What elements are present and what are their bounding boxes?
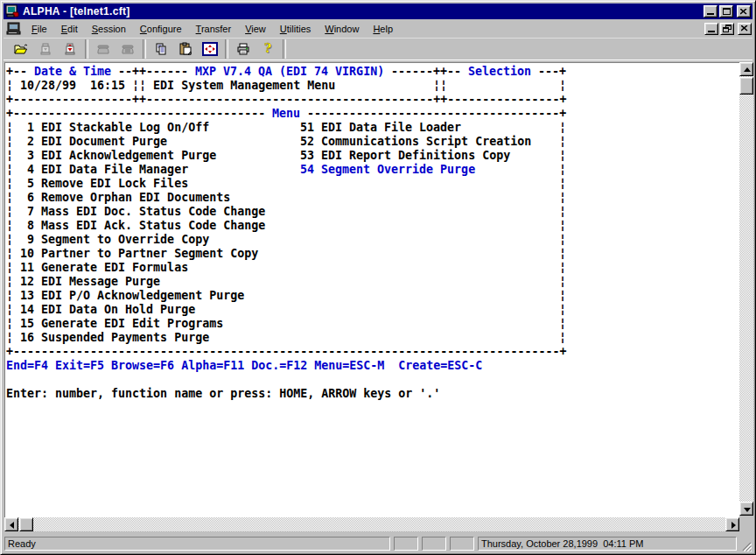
receive-icon bbox=[63, 42, 77, 56]
connect-phone-icon bbox=[96, 42, 110, 56]
menu-item-help[interactable]: Help bbox=[366, 22, 400, 36]
terminal-document-icon[interactable] bbox=[6, 22, 21, 35]
title-bar: ALPHA - [telnet1.cft] bbox=[4, 4, 752, 19]
arrow-left-icon bbox=[10, 522, 14, 529]
toolbar-separator bbox=[143, 39, 146, 59]
close-button[interactable] bbox=[737, 5, 751, 18]
terminal-client: +-- Date & Time --++------ MXP V7.4 QA (… bbox=[4, 61, 752, 533]
fullscreen-icon bbox=[202, 42, 218, 56]
dial-button[interactable] bbox=[116, 39, 140, 60]
menu-bar: FileEditSessionConfigureTransferViewUtil… bbox=[4, 20, 752, 37]
menu-item-edit[interactable]: Edit bbox=[54, 22, 85, 36]
maximize-icon bbox=[723, 8, 731, 15]
menu-item-configure[interactable]: Configure bbox=[133, 22, 189, 36]
status-panel bbox=[394, 537, 418, 551]
fullscreen-button[interactable] bbox=[198, 39, 222, 60]
mdi-minimize-icon bbox=[708, 31, 715, 32]
scroll-down-button[interactable] bbox=[739, 502, 753, 516]
resize-grip[interactable] bbox=[740, 540, 752, 551]
paste-icon bbox=[178, 42, 192, 56]
menu-item-session[interactable]: Session bbox=[85, 22, 133, 36]
connect-button[interactable] bbox=[91, 39, 116, 60]
mdi-close-button[interactable] bbox=[738, 23, 752, 35]
app-window: ALPHA - [telnet1.cft] FileEditSessionCon… bbox=[0, 0, 756, 555]
menu-items: FileEditSessionConfigureTransferViewUtil… bbox=[24, 20, 704, 37]
status-ready: Ready bbox=[4, 537, 390, 551]
status-panel bbox=[422, 537, 446, 551]
minimize-button[interactable] bbox=[704, 5, 718, 18]
print-icon bbox=[236, 42, 250, 56]
horizontal-scroll-thumb[interactable] bbox=[19, 517, 33, 531]
terminal-screen[interactable]: +-- Date & Time --++------ MXP V7.4 QA (… bbox=[4, 62, 739, 517]
open-folder-icon bbox=[14, 42, 28, 56]
status-datetime: Thursday, October 28,1999 04:11 PM bbox=[478, 537, 737, 551]
open-button[interactable] bbox=[9, 39, 33, 60]
minimize-icon bbox=[707, 13, 714, 15]
menu-item-window[interactable]: Window bbox=[318, 22, 366, 36]
dial-phone-icon bbox=[121, 42, 135, 56]
help-icon: ? ? bbox=[261, 42, 275, 56]
copy-button[interactable] bbox=[149, 39, 173, 60]
mdi-minimize-button[interactable] bbox=[704, 23, 718, 35]
vertical-scroll-thumb[interactable] bbox=[739, 77, 753, 95]
menu-item-transfer[interactable]: Transfer bbox=[189, 22, 239, 36]
toolbar: ? ? bbox=[4, 38, 752, 60]
arrow-down-icon bbox=[744, 508, 751, 512]
paste-button[interactable] bbox=[173, 39, 198, 60]
help-button[interactable]: ? ? bbox=[256, 39, 280, 60]
receive-button[interactable] bbox=[58, 39, 82, 60]
arrow-right-icon bbox=[732, 522, 736, 529]
send-button[interactable] bbox=[33, 39, 58, 60]
toolbar-separator bbox=[85, 39, 88, 59]
vertical-scrollbar[interactable] bbox=[739, 62, 753, 516]
scroll-right-button[interactable] bbox=[725, 517, 739, 531]
scroll-up-button[interactable] bbox=[739, 62, 753, 76]
close-icon bbox=[740, 9, 747, 15]
print-button[interactable] bbox=[231, 39, 256, 60]
menu-item-file[interactable]: File bbox=[24, 22, 54, 36]
horizontal-scrollbar[interactable] bbox=[4, 517, 739, 531]
svg-text:?: ? bbox=[264, 42, 271, 55]
toolbar-separator bbox=[283, 39, 286, 59]
send-icon bbox=[38, 42, 52, 56]
menu-item-view[interactable]: View bbox=[238, 22, 273, 36]
window-title: ALPHA - [telnet1.cft] bbox=[23, 5, 704, 18]
arrow-up-icon bbox=[744, 67, 751, 72]
mdi-restore-button[interactable] bbox=[720, 23, 734, 35]
menu-item-utilities[interactable]: Utilities bbox=[273, 22, 318, 36]
status-bar: Ready Thursday, October 28,1999 04:11 PM bbox=[4, 535, 752, 553]
mdi-restore-icon bbox=[723, 25, 732, 32]
copy-icon bbox=[154, 42, 168, 56]
mdi-close-icon bbox=[741, 25, 748, 32]
toolbar-separator bbox=[225, 39, 228, 59]
scroll-left-button[interactable] bbox=[4, 517, 18, 531]
status-panel bbox=[450, 537, 474, 551]
app-icon[interactable] bbox=[5, 4, 19, 18]
maximize-button[interactable] bbox=[719, 5, 733, 18]
